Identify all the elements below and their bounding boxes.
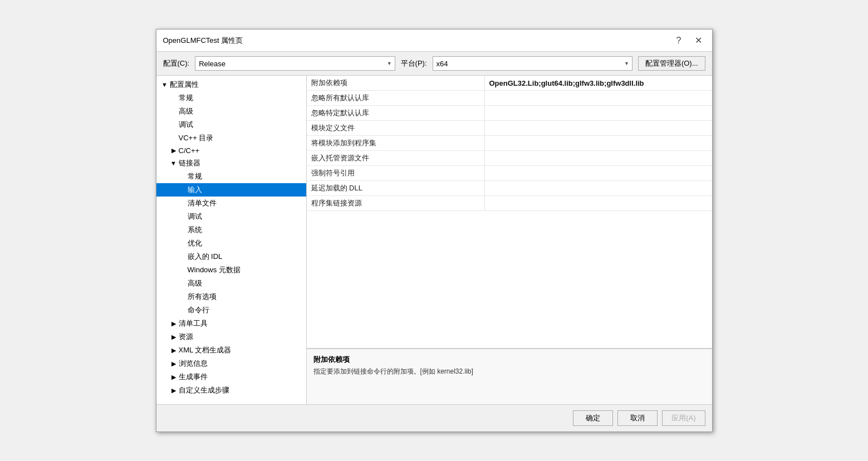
prop-name-4: 将模块添加到程序集 xyxy=(307,136,485,150)
tree-item-linker-manifest[interactable]: 清单文件 xyxy=(156,197,306,210)
tree-item-label: XML 文档生成器 xyxy=(179,345,232,355)
prop-row-8: 程序集链接资源 xyxy=(307,196,712,211)
tree-item-label: 高级 xyxy=(179,106,193,116)
tree-item-linker-input[interactable]: 输入 xyxy=(156,183,306,197)
prop-name-7: 延迟加载的 DLL xyxy=(307,181,485,195)
config-manager-button[interactable]: 配置管理器(O)... xyxy=(638,56,705,71)
description-text: 指定要添加到链接命令行的附加项。[例如 kernel32.lib] xyxy=(313,367,705,376)
tree-toggle: ▶ xyxy=(170,387,178,394)
prop-row-3: 模块定义文件 xyxy=(307,121,712,136)
property-table: 附加依赖项 OpenGL32.Lib;glut64.lib;glfw3.lib;… xyxy=(307,76,712,349)
prop-name-2: 忽略特定默认认库 xyxy=(307,106,485,120)
tree-item-label: 命令行 xyxy=(188,305,209,315)
tree-item-label: 常规 xyxy=(179,93,193,103)
prop-value-3 xyxy=(485,126,712,130)
cancel-button[interactable]: 取消 xyxy=(617,410,658,426)
prop-name-5: 嵌入托管资源文件 xyxy=(307,151,485,165)
tree-item-label: 调试 xyxy=(179,120,193,130)
platform-select-wrapper: x64 xyxy=(433,56,632,71)
platform-select[interactable]: x64 xyxy=(433,56,632,71)
description-panel: 附加依赖项 指定要添加到链接命令行的附加项。[例如 kernel32.lib] xyxy=(307,349,712,404)
help-button[interactable]: ? xyxy=(673,35,685,47)
tree-item-linker-general[interactable]: 常规 xyxy=(156,170,306,183)
prop-name-1: 忽略所有默认认库 xyxy=(307,91,485,105)
tree-item-changgui[interactable]: 常规 xyxy=(156,91,306,105)
prop-row-6: 强制符号引用 xyxy=(307,166,712,181)
property-panel: 附加依赖项 OpenGL32.Lib;glut64.lib;glfw3.lib;… xyxy=(307,76,712,404)
tree-item-linker[interactable]: ▼ 链接器 xyxy=(156,156,306,170)
description-title: 附加依赖项 xyxy=(313,355,705,365)
tree-item-label: 自定义生成步骤 xyxy=(179,385,229,395)
tree-item-linker-cmd[interactable]: 命令行 xyxy=(156,303,306,317)
tree-toggle: ▼ xyxy=(161,81,169,88)
tree-item-cpp[interactable]: ▶ C/C++ xyxy=(156,145,306,156)
tree-item-resources[interactable]: ▶ 资源 xyxy=(156,330,306,344)
tree-item-tiaoshi[interactable]: 调试 xyxy=(156,118,306,131)
prop-name-6: 强制符号引用 xyxy=(307,166,485,180)
tree-item-gaoji[interactable]: 高级 xyxy=(156,105,306,118)
toolbar: 配置(C): Release 平台(P): x64 配置管理器(O)... xyxy=(156,52,712,76)
prop-value-8 xyxy=(485,201,712,205)
tree-item-label: 链接器 xyxy=(179,158,200,168)
close-button[interactable]: ✕ xyxy=(692,34,705,47)
prop-value-7 xyxy=(485,186,712,190)
config-select[interactable]: Release xyxy=(195,56,395,71)
prop-row-4: 将模块添加到程序集 xyxy=(307,136,712,151)
tree-item-pei-properties[interactable]: ▼ 配置属性 xyxy=(156,78,306,91)
tree-item-linker-debug[interactable]: 调试 xyxy=(156,210,306,223)
tree-toggle: ▶ xyxy=(170,374,178,381)
tree-item-label: 优化 xyxy=(188,238,202,248)
tree-item-custom-build[interactable]: ▶ 自定义生成步骤 xyxy=(156,384,306,397)
prop-row-1: 忽略所有默认认库 xyxy=(307,91,712,106)
tree-item-label: 清单文件 xyxy=(188,198,217,208)
tree-item-label: Windows 元数据 xyxy=(188,265,241,275)
ok-button[interactable]: 确定 xyxy=(573,410,613,426)
tree-toggle: ▶ xyxy=(170,320,178,327)
tree-toggle: ▶ xyxy=(170,147,178,154)
tree-item-label: 清单工具 xyxy=(179,318,208,328)
prop-name-0: 附加依赖项 xyxy=(307,76,485,90)
tree-item-manifest-tool[interactable]: ▶ 清单工具 xyxy=(156,317,306,330)
prop-name-8: 程序集链接资源 xyxy=(307,196,485,210)
tree-item-linker-embed-idl[interactable]: 嵌入的 IDL xyxy=(156,250,306,263)
tree-item-label: 生成事件 xyxy=(179,372,208,382)
config-label: 配置(C): xyxy=(163,58,190,68)
footer: 确定 取消 应用(A) xyxy=(156,404,712,431)
tree-item-label: C/C++ xyxy=(179,146,200,155)
prop-value-1 xyxy=(485,96,712,100)
tree-item-vcpp-dir[interactable]: VC++ 目录 xyxy=(156,131,306,145)
prop-value-4 xyxy=(485,141,712,145)
tree-toggle: ▶ xyxy=(170,360,178,367)
config-select-wrapper: Release xyxy=(195,56,395,71)
tree-item-label: 常规 xyxy=(188,171,202,182)
platform-label: 平台(P): xyxy=(401,58,427,68)
apply-button[interactable]: 应用(A) xyxy=(662,410,705,426)
dialog-title: OpenGLMFCTest 属性页 xyxy=(163,36,243,46)
properties-dialog: OpenGLMFCTest 属性页 ? ✕ 配置(C): Release 平台(… xyxy=(156,29,713,432)
tree-item-label: 资源 xyxy=(179,332,193,342)
title-bar-controls: ? ✕ xyxy=(673,34,705,47)
prop-row-2: 忽略特定默认认库 xyxy=(307,106,712,121)
tree-toggle: ▶ xyxy=(170,334,178,341)
tree-item-linker-system[interactable]: 系统 xyxy=(156,223,306,237)
tree-panel: ▼ 配置属性 常规 高级 调试 VC++ 目录 ▶ C/C++ ▼ 链接器 常规… xyxy=(156,76,307,404)
tree-item-linker-optimize[interactable]: 优化 xyxy=(156,237,306,250)
tree-panel-inner[interactable]: ▼ 配置属性 常规 高级 调试 VC++ 目录 ▶ C/C++ ▼ 链接器 常规… xyxy=(156,76,306,404)
tree-item-build-events[interactable]: ▶ 生成事件 xyxy=(156,370,306,384)
prop-value-5 xyxy=(485,156,712,160)
tree-item-xml-gen[interactable]: ▶ XML 文档生成器 xyxy=(156,344,306,357)
tree-item-label: 浏览信息 xyxy=(179,359,208,369)
tree-item-linker-advanced[interactable]: 高级 xyxy=(156,277,306,290)
prop-value-6 xyxy=(485,171,712,175)
prop-row-0: 附加依赖项 OpenGL32.Lib;glut64.lib;glfw3.lib;… xyxy=(307,76,712,91)
tree-item-label: VC++ 目录 xyxy=(179,133,214,143)
tree-item-label: 高级 xyxy=(188,278,202,288)
prop-name-3: 模块定义文件 xyxy=(307,121,485,135)
tree-item-linker-win-meta[interactable]: Windows 元数据 xyxy=(156,263,306,277)
tree-item-label: 配置属性 xyxy=(170,80,199,90)
tree-toggle: ▼ xyxy=(170,160,178,166)
prop-row-7: 延迟加载的 DLL xyxy=(307,181,712,196)
title-bar: OpenGLMFCTest 属性页 ? ✕ xyxy=(156,30,712,52)
tree-item-linker-all[interactable]: 所有选项 xyxy=(156,290,306,303)
tree-item-browse-info[interactable]: ▶ 浏览信息 xyxy=(156,357,306,370)
